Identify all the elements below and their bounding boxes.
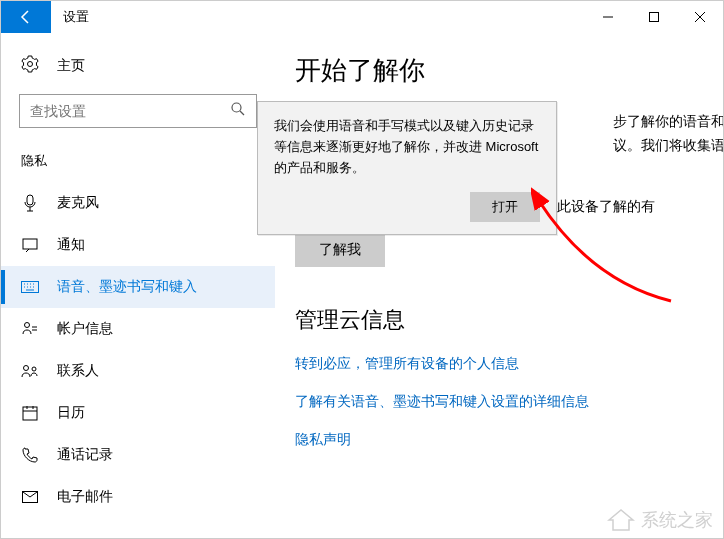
contacts-icon	[21, 364, 39, 378]
search-box[interactable]	[19, 94, 257, 128]
minimize-icon	[603, 12, 613, 22]
sidebar-item-email[interactable]: 电子邮件	[1, 476, 275, 518]
nav-label: 联系人	[57, 362, 99, 380]
nav-label: 语音、墨迹书写和键入	[57, 278, 197, 296]
home-label: 主页	[57, 57, 85, 75]
notification-icon	[21, 238, 39, 252]
link-learn-more[interactable]: 了解有关语音、墨迹书写和键入设置的详细信息	[295, 393, 724, 411]
titlebar: 设置	[1, 1, 723, 33]
section-title: 管理云信息	[295, 305, 724, 335]
nav-label: 电子邮件	[57, 488, 113, 506]
sidebar-item-call-history[interactable]: 通话记录	[1, 434, 275, 476]
nav-label: 通话记录	[57, 446, 113, 464]
svg-rect-8	[23, 407, 37, 420]
nav-label: 麦克风	[57, 194, 99, 212]
microphone-icon	[21, 194, 39, 212]
account-icon	[21, 321, 39, 337]
calendar-icon	[21, 405, 39, 421]
nav-label: 帐户信息	[57, 320, 113, 338]
sidebar-item-speech-inking[interactable]: 语音、墨迹书写和键入	[1, 266, 275, 308]
link-bing-manage[interactable]: 转到必应，管理所有设备的个人信息	[295, 355, 724, 373]
phone-icon	[21, 447, 39, 463]
svg-point-7	[32, 367, 36, 371]
maximize-button[interactable]	[631, 1, 677, 33]
svg-point-1	[232, 103, 241, 112]
search-input[interactable]	[30, 103, 230, 119]
svg-point-6	[24, 366, 29, 371]
svg-point-5	[25, 323, 30, 328]
know-me-button[interactable]: 了解我	[295, 233, 385, 267]
keyboard-icon	[21, 281, 39, 293]
gear-icon	[21, 55, 39, 76]
svg-rect-2	[27, 195, 33, 205]
email-icon	[21, 491, 39, 503]
link-privacy[interactable]: 隐私声明	[295, 431, 724, 449]
search-icon	[230, 101, 246, 121]
watermark: 系统之家	[607, 508, 713, 532]
sidebar-item-calendar[interactable]: 日历	[1, 392, 275, 434]
close-icon	[695, 12, 705, 22]
popup-dialog: 我们会使用语音和手写模式以及键入历史记录等信息来逐渐更好地了解你，并改进 Mic…	[257, 101, 557, 235]
popup-open-button[interactable]: 打开	[470, 192, 540, 222]
window-title: 设置	[63, 8, 89, 26]
watermark-logo-icon	[607, 508, 635, 532]
close-button[interactable]	[677, 1, 723, 33]
sidebar-item-account[interactable]: 帐户信息	[1, 308, 275, 350]
window-controls	[585, 1, 723, 33]
arrow-left-icon	[18, 9, 34, 25]
popup-text: 我们会使用语音和手写模式以及键入历史记录等信息来逐渐更好地了解你，并改进 Mic…	[274, 116, 540, 178]
maximize-icon	[649, 12, 659, 22]
home-nav[interactable]: 主页	[1, 45, 275, 86]
sidebar-item-notifications[interactable]: 通知	[1, 224, 275, 266]
sidebar-item-microphone[interactable]: 麦克风	[1, 182, 275, 224]
minimize-button[interactable]	[585, 1, 631, 33]
sidebar-item-contacts[interactable]: 联系人	[1, 350, 275, 392]
sidebar: 主页 隐私 麦克风 通知 语	[1, 33, 275, 538]
page-title: 开始了解你	[295, 53, 724, 88]
nav-label: 通知	[57, 236, 85, 254]
svg-rect-0	[650, 13, 659, 22]
back-button[interactable]	[1, 1, 51, 33]
nav-label: 日历	[57, 404, 85, 422]
svg-rect-3	[23, 239, 37, 249]
category-label: 隐私	[1, 146, 275, 182]
watermark-text: 系统之家	[641, 508, 713, 532]
